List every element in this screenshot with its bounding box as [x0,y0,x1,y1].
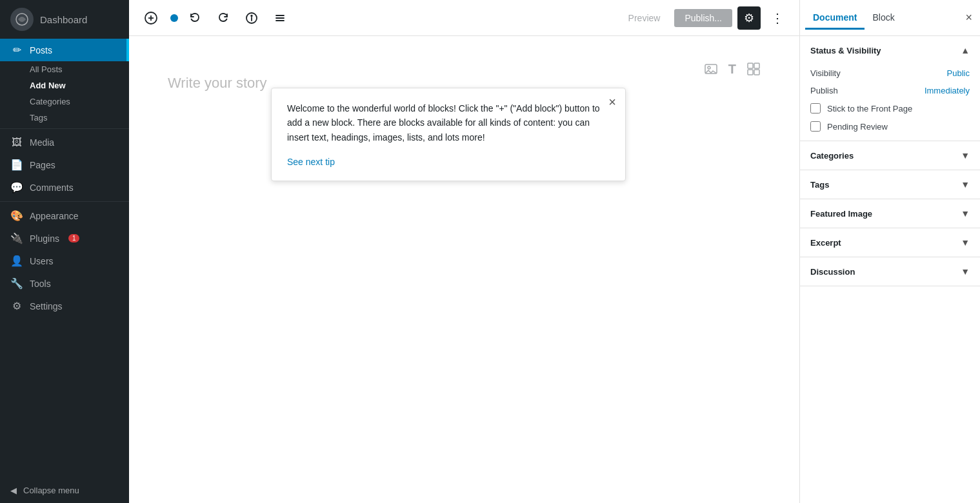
add-block-button[interactable] [139,6,163,30]
collapse-menu-button[interactable]: ◀ Collapse menu [0,478,129,503]
section-discussion: Discussion ▼ [800,257,980,286]
comments-icon: 💬 [10,181,23,193]
svg-point-11 [708,66,710,69]
publish-value[interactable]: Immediately [925,86,970,95]
right-panel: Document Block × Status & Visibility ▲ V… [799,0,980,503]
sidebar-item-posts-label: Posts [30,45,52,55]
plugins-badge: 1 [68,234,80,242]
toolbar-right: Preview Publish... ⚙ ⋮ [619,6,789,30]
settings-label: Settings [30,301,63,311]
section-discussion-title: Discussion [810,267,855,277]
plugins-label: Plugins [30,233,59,244]
more-options-button[interactable]: ⋮ [766,6,789,30]
media-label: Media [30,137,54,148]
tools-icon: 🔧 [10,277,23,290]
tab-document-label: Document [813,12,857,23]
sidebar-sub-categories[interactable]: Categories [0,94,129,110]
panel-tabs: Document Block × [800,0,980,36]
sidebar-item-plugins[interactable]: 🔌 Plugins 1 [0,227,129,250]
undo-button[interactable] [183,6,206,30]
sidebar-sub-all-posts[interactable]: All Posts [0,61,129,77]
visibility-row: Visibility Public [800,64,980,82]
section-excerpt: Excerpt ▼ [800,228,980,257]
preview-button[interactable]: Preview [619,9,670,27]
image-icon[interactable] [704,62,718,79]
collapse-menu-label: Collapse menu [23,486,79,495]
section-categories-title: Categories [810,151,854,161]
settings-gear-icon: ⚙ [744,11,754,25]
sidebar-item-posts[interactable]: ✏ Posts [0,39,129,61]
section-excerpt-header[interactable]: Excerpt ▼ [800,228,980,257]
sidebar-sub-add-new[interactable]: Add New [0,77,129,94]
section-featured-image-chevron: ▼ [961,208,970,219]
appearance-icon: 🎨 [10,210,23,222]
section-tags-chevron: ▼ [961,179,970,190]
section-excerpt-title: Excerpt [810,238,841,248]
pending-review-checkbox[interactable] [810,121,821,132]
welcome-popup: × Welcome to the wonderful world of bloc… [271,88,626,181]
settings-toggle-button[interactable]: ⚙ [737,6,761,30]
toolbar: Preview Publish... ⚙ ⋮ [129,0,799,36]
sidebar-item-users[interactable]: 👤 Users [0,250,129,272]
stick-front-checkbox[interactable] [810,103,821,113]
publish-row: Publish Immediately [800,82,980,99]
block-indicator-dot [170,14,178,22]
settings-icon: ⚙ [10,300,23,312]
section-status-visibility-title: Status & Visibility [810,46,881,55]
section-categories-chevron: ▼ [961,150,970,161]
section-tags: Tags ▼ [800,170,980,199]
sidebar-logo[interactable]: Dashboard [0,0,129,39]
publish-button[interactable]: Publish... [674,9,732,27]
redo-button[interactable] [212,6,235,30]
svg-rect-12 [748,63,753,68]
sidebar-item-appearance[interactable]: 🎨 Appearance [0,204,129,227]
tab-document[interactable]: Document [805,7,865,30]
section-tags-title: Tags [810,180,829,190]
all-posts-label: All Posts [30,64,63,74]
svg-rect-13 [754,63,759,68]
publish-label: Publish [810,86,838,95]
section-categories: Categories ▼ [800,141,980,170]
pages-label: Pages [30,160,55,170]
gallery-icon[interactable] [746,62,761,79]
posts-icon: ✏ [10,44,23,56]
tab-block-label: Block [872,12,894,23]
section-tags-header[interactable]: Tags ▼ [800,170,980,199]
sidebar-item-comments[interactable]: 💬 Comments [0,176,129,199]
plugins-icon: 🔌 [10,232,23,244]
sidebar-logo-label: Dashboard [40,14,87,25]
text-icon[interactable]: T [728,62,736,79]
panel-close-button[interactable]: × [963,8,975,27]
section-featured-image-header[interactable]: Featured Image ▼ [800,199,980,228]
editor-inline-icons: T [704,62,761,79]
sidebar-sub-tags[interactable]: Tags [0,110,129,126]
sidebar-item-settings[interactable]: ⚙ Settings [0,295,129,317]
svg-rect-15 [754,70,759,75]
welcome-popup-close-button[interactable]: × [608,95,616,110]
pending-review-label: Pending Review [827,122,888,132]
sidebar-item-pages[interactable]: 📄 Pages [0,153,129,176]
appearance-label: Appearance [30,211,79,221]
wp-logo-icon [10,8,34,31]
welcome-popup-text: Welcome to the wonderful world of blocks… [287,101,610,144]
info-button[interactable] [240,6,263,30]
visibility-value[interactable]: Public [947,68,970,78]
section-excerpt-chevron: ▼ [961,237,970,248]
sidebar-item-media[interactable]: 🖼 Media [0,132,129,153]
media-icon: 🖼 [10,137,23,148]
more-options-icon: ⋮ [771,10,784,26]
section-featured-image-title: Featured Image [810,209,872,219]
section-discussion-header[interactable]: Discussion ▼ [800,257,980,286]
section-status-visibility-header[interactable]: Status & Visibility ▲ [800,36,980,64]
panel-content: Status & Visibility ▲ Visibility Public … [800,36,980,503]
comments-label: Comments [30,182,74,193]
tab-block[interactable]: Block [865,7,902,30]
list-view-button[interactable] [268,6,292,30]
main-area: Preview Publish... ⚙ ⋮ × Welcome to the … [129,0,799,503]
section-categories-header[interactable]: Categories ▼ [800,141,980,170]
tools-label: Tools [30,279,51,289]
tags-label: Tags [30,113,47,123]
sidebar-item-tools[interactable]: 🔧 Tools [0,272,129,295]
see-next-tip-link[interactable]: See next tip [287,157,335,167]
stick-front-row: Stick to the Front Page [800,99,980,117]
